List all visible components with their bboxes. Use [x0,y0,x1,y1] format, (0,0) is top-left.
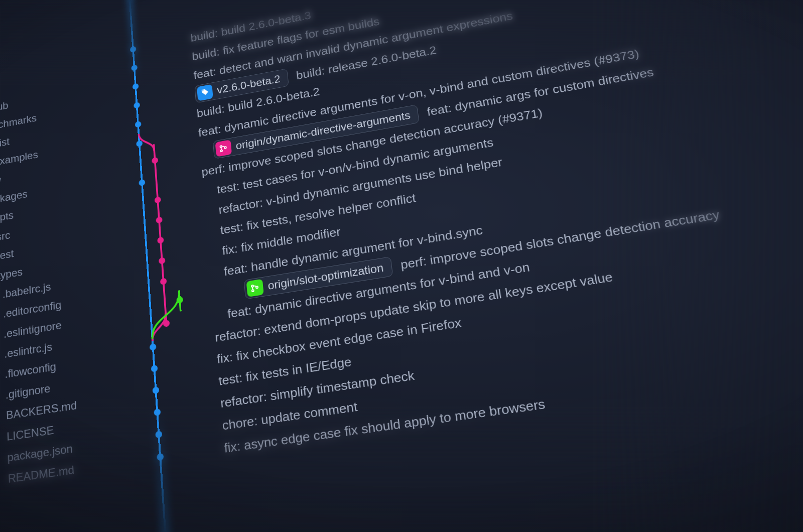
git-branch-icon [246,279,264,297]
tree-item-label: src [0,225,11,247]
git-history-panel: build: build 2.6.0-beta.3build: fix feat… [90,0,803,532]
tag-icon [197,84,213,101]
git-branch-icon [215,140,232,157]
tree-item-label: test [0,244,14,266]
